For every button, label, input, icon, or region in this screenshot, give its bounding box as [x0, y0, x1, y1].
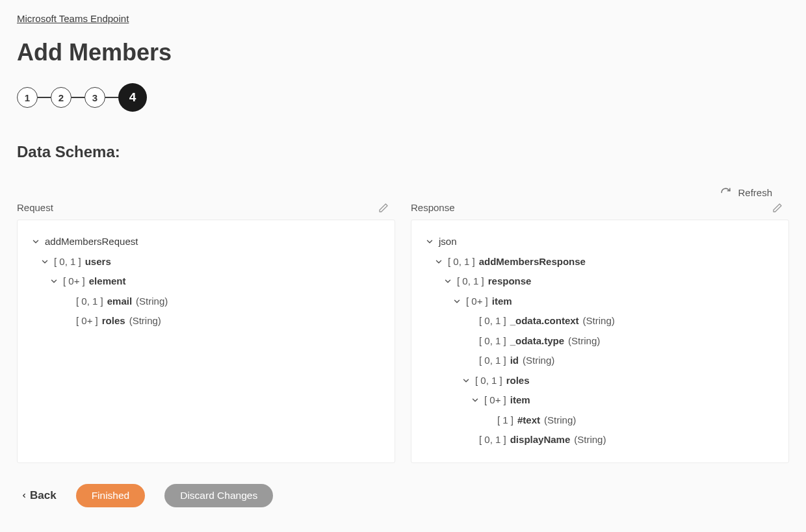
- field-name: roles: [102, 314, 125, 329]
- cardinality: [ 0, 1 ]: [76, 294, 103, 309]
- field-name: element: [89, 274, 126, 289]
- request-label: Request: [17, 202, 53, 213]
- chevron-down-icon[interactable]: [31, 236, 41, 247]
- field-name: displayName: [510, 433, 571, 448]
- field-type: (String): [568, 334, 600, 349]
- tree-row[interactable]: [ 0+ ] item: [424, 292, 775, 312]
- field-name: item: [492, 294, 512, 309]
- step-connector: [105, 97, 118, 98]
- field-type: (String): [544, 413, 576, 428]
- step-connector: [38, 97, 51, 98]
- cardinality: [ 1 ]: [497, 413, 514, 428]
- chevron-down-icon[interactable]: [443, 276, 453, 286]
- field-name: _odata.type: [510, 334, 564, 349]
- step-connector: [72, 97, 84, 98]
- tree-row[interactable]: [ 0+ ] element: [31, 272, 382, 292]
- edit-response-icon[interactable]: [772, 203, 783, 213]
- field-name: addMembersRequest: [45, 234, 138, 249]
- response-label: Response: [411, 202, 455, 213]
- tree-row[interactable]: [ 0, 1 ] roles: [424, 371, 775, 391]
- tree-row[interactable]: addMembersRequest: [31, 232, 382, 252]
- cardinality: [ 0, 1 ]: [448, 255, 475, 270]
- section-title: Data Schema:: [17, 143, 789, 161]
- field-type: (String): [583, 314, 615, 329]
- field-name: addMembersResponse: [479, 255, 586, 270]
- refresh-icon[interactable]: [720, 187, 731, 198]
- response-panel: json[ 0, 1 ] addMembersResponse[ 0, 1 ] …: [411, 220, 789, 463]
- cardinality: [ 0, 1 ]: [457, 274, 484, 289]
- cardinality: [ 0+ ]: [466, 294, 488, 309]
- chevron-down-icon[interactable]: [461, 375, 471, 386]
- chevron-down-icon[interactable]: [40, 257, 50, 267]
- field-name: #text: [517, 413, 540, 428]
- chevron-down-icon[interactable]: [470, 395, 480, 405]
- tree-row: [ 0, 1 ] id (String): [424, 351, 775, 371]
- step-1[interactable]: 1: [17, 87, 38, 108]
- page-title: Add Members: [17, 39, 789, 66]
- step-2[interactable]: 2: [51, 87, 72, 108]
- field-type: (String): [523, 353, 554, 368]
- cardinality: [ 0, 1 ]: [479, 353, 506, 368]
- field-name: item: [510, 393, 530, 408]
- chevron-left-icon: [21, 491, 27, 500]
- cardinality: [ 0+ ]: [76, 314, 98, 329]
- tree-row[interactable]: [ 0+ ] item: [424, 390, 775, 411]
- field-type: (String): [129, 314, 161, 329]
- cardinality: [ 0, 1 ]: [479, 314, 506, 329]
- chevron-down-icon[interactable]: [424, 236, 435, 247]
- cardinality: [ 0+ ]: [484, 393, 506, 408]
- cardinality: [ 0, 1 ]: [54, 255, 81, 270]
- tree-row[interactable]: [ 0, 1 ] users: [31, 252, 382, 272]
- step-3[interactable]: 3: [84, 87, 105, 108]
- finished-button[interactable]: Finished: [76, 484, 146, 507]
- field-type: (String): [136, 294, 168, 309]
- field-name: _odata.context: [510, 314, 579, 329]
- tree-row: [ 0, 1 ] displayName (String): [424, 430, 775, 450]
- tree-row: [ 0, 1 ] _odata.context (String): [424, 311, 775, 331]
- back-button[interactable]: Back: [21, 489, 57, 502]
- field-name: roles: [506, 374, 530, 388]
- chevron-down-icon[interactable]: [434, 257, 444, 267]
- cardinality: [ 0, 1 ]: [475, 374, 502, 388]
- tree-row: [ 0, 1 ] email (String): [31, 292, 382, 312]
- back-label: Back: [30, 489, 57, 502]
- discard-button[interactable]: Discard Changes: [164, 484, 273, 507]
- tree-row[interactable]: [ 0, 1 ] response: [424, 272, 775, 292]
- chevron-down-icon[interactable]: [49, 276, 59, 286]
- tree-row[interactable]: [ 0, 1 ] addMembersResponse: [424, 252, 775, 272]
- cardinality: [ 0, 1 ]: [479, 433, 506, 448]
- stepper: 1234: [17, 83, 789, 112]
- tree-row: [ 0+ ] roles (String): [31, 311, 382, 331]
- tree-row: [ 0, 1 ] _odata.type (String): [424, 331, 775, 351]
- step-4[interactable]: 4: [118, 83, 147, 112]
- refresh-label[interactable]: Refresh: [738, 187, 772, 198]
- field-name: email: [107, 294, 132, 309]
- request-panel: addMembersRequest[ 0, 1 ] users[ 0+ ] el…: [17, 220, 395, 463]
- cardinality: [ 0, 1 ]: [479, 334, 506, 349]
- chevron-down-icon[interactable]: [452, 296, 462, 307]
- edit-request-icon[interactable]: [378, 203, 389, 213]
- breadcrumb-link[interactable]: Microsoft Teams Endpoint: [17, 13, 129, 24]
- field-name: id: [510, 353, 519, 368]
- field-name: response: [488, 274, 532, 289]
- cardinality: [ 0+ ]: [63, 274, 85, 289]
- tree-row: [ 1 ] #text (String): [424, 411, 775, 431]
- field-name: json: [439, 234, 457, 249]
- tree-row[interactable]: json: [424, 232, 775, 252]
- field-type: (String): [574, 433, 606, 448]
- field-name: users: [85, 255, 111, 270]
